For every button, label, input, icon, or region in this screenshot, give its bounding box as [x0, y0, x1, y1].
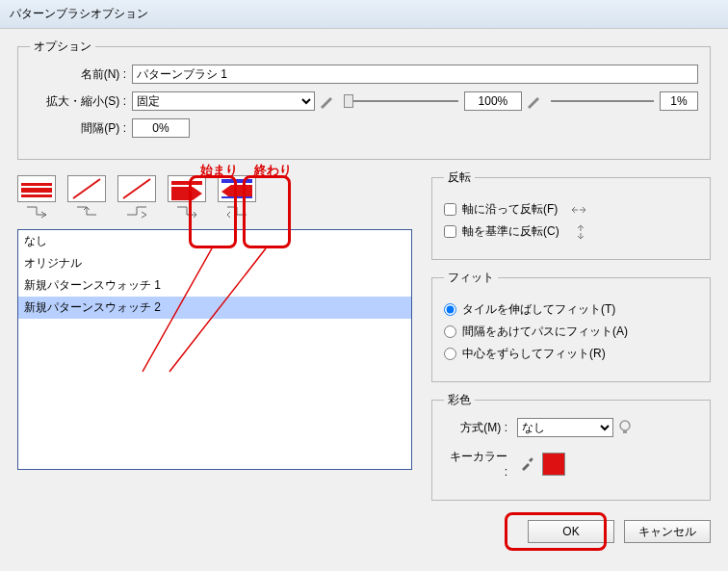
flip-legend: 反転 — [444, 169, 475, 186]
annotation-start: 始まり — [200, 162, 238, 179]
flip-along-icon — [571, 202, 586, 218]
scale-label: 拡大・縮小(S) : — [30, 93, 126, 110]
svg-rect-3 — [21, 188, 52, 193]
pen-icon-left — [319, 93, 334, 109]
options-legend: オプション — [30, 39, 95, 55]
swatch-list[interactable]: なし オリジナル 新規パターンスウォッチ 1 新規パターンスウォッチ 2 — [17, 229, 412, 470]
fit-gap-radio[interactable] — [444, 325, 456, 338]
fit-stretch-radio[interactable] — [444, 303, 456, 316]
flip-across-label: 軸を基準に反転(C) — [462, 223, 559, 240]
highlight-ok — [505, 512, 607, 551]
spacing-input[interactable] — [132, 118, 190, 138]
tile-outer-icon — [76, 206, 97, 220]
annotation-end: 終わり — [254, 162, 292, 179]
tips-icon[interactable] — [617, 420, 633, 435]
spacing-label: 間隔(P) : — [30, 120, 126, 137]
flip-group: 反転 軸に沿って反転(F) 軸を基準に反転(C) — [431, 169, 711, 260]
name-input[interactable] — [132, 65, 698, 84]
svg-line-6 — [123, 179, 150, 198]
pen-icon-right — [526, 93, 541, 109]
flip-along-label: 軸に沿って反転(F) — [462, 201, 558, 218]
eyedropper-icon[interactable] — [519, 456, 534, 472]
tile-side-icon — [26, 206, 47, 220]
scale-mode-select[interactable]: 固定 — [132, 91, 315, 111]
right-column: 反転 軸に沿って反転(F) 軸を基準に反転(C) フィット タイルを伸ばしてフィ… — [431, 169, 711, 510]
options-group: オプション 名前(N) : 拡大・縮小(S) : 固定 間隔(P) : — [17, 39, 711, 160]
dialog-title: パターンブラシオプション — [10, 7, 148, 20]
name-label: 名前(N) : — [30, 66, 126, 83]
tile-inner-icon — [126, 206, 147, 220]
flip-across-checkbox[interactable] — [444, 225, 456, 238]
fit-group: フィット タイルを伸ばしてフィット(T) 間隔をあけてパスにフィット(A) 中心… — [431, 270, 711, 382]
dialog-body: オプション 名前(N) : 拡大・縮小(S) : 固定 間隔(P) : 始まり … — [0, 29, 728, 553]
list-item[interactable]: 新規パターンスウォッチ 2 — [18, 297, 411, 319]
fit-gap-label: 間隔をあけてパスにフィット(A) — [462, 324, 628, 340]
fit-shift-label: 中心をずらしてフィット(R) — [462, 346, 606, 362]
color-legend: 彩色 — [444, 392, 475, 408]
svg-line-5 — [73, 179, 100, 198]
tile-side[interactable] — [17, 175, 56, 202]
svg-rect-11 — [623, 430, 627, 433]
method-select[interactable]: なし — [517, 418, 613, 437]
scale-slider[interactable] — [344, 100, 458, 102]
method-label: 方式(M) : — [444, 420, 507, 436]
fit-stretch-label: タイルを伸ばしてフィット(T) — [462, 301, 615, 318]
cancel-button[interactable]: キャンセル — [624, 520, 711, 543]
color-group: 彩色 方式(M) : なし キーカラー : — [431, 392, 711, 501]
scale-value2-input[interactable] — [660, 91, 698, 111]
flip-along-checkbox[interactable] — [444, 203, 456, 216]
highlight-start — [189, 175, 237, 248]
svg-rect-2 — [21, 183, 52, 186]
fit-shift-radio[interactable] — [444, 348, 456, 360]
highlight-end — [243, 175, 291, 248]
flip-across-icon — [573, 224, 588, 240]
keycolor-label: キーカラー : — [444, 449, 507, 479]
scale-value-input[interactable] — [464, 91, 522, 111]
title-bar: パターンブラシオプション — [0, 0, 728, 29]
tile-outer-corner[interactable] — [67, 175, 106, 202]
tile-inner-corner[interactable] — [117, 175, 156, 202]
list-item[interactable]: 新規パターンスウォッチ 1 — [18, 274, 411, 297]
svg-point-10 — [620, 421, 630, 430]
fit-legend: フィット — [444, 270, 498, 286]
list-item[interactable]: オリジナル — [18, 252, 411, 274]
keycolor-swatch[interactable] — [542, 453, 565, 476]
scale-slider-2[interactable] — [551, 100, 654, 102]
svg-rect-4 — [21, 195, 52, 197]
